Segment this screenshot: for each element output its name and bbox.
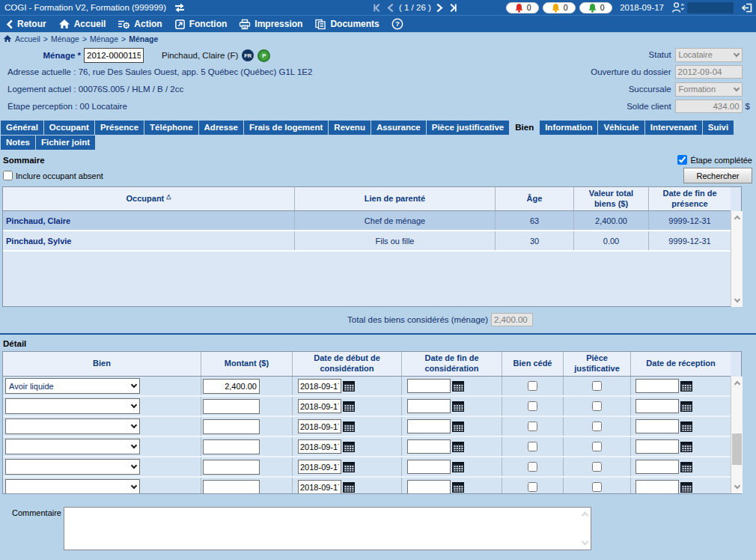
alert-red-badge[interactable]: 0 bbox=[506, 2, 539, 13]
inclure-occupant-absent-checkbox[interactable]: Inclure occupant absent bbox=[3, 171, 103, 180]
bien-select[interactable]: Avoir liquide bbox=[5, 378, 140, 394]
calendar-icon[interactable] bbox=[452, 441, 464, 452]
piece-justificative-checkbox[interactable] bbox=[592, 462, 602, 472]
tab-notes[interactable]: Notes bbox=[1, 136, 35, 150]
tab-information[interactable]: Information bbox=[540, 121, 597, 135]
scroll-up-icon[interactable] bbox=[731, 377, 743, 389]
date-debut-input[interactable] bbox=[298, 480, 341, 493]
inclure-occupant-input[interactable] bbox=[3, 171, 13, 180]
table-row[interactable]: Pinchaud, Sylvie Fils ou fille 30 0.00 9… bbox=[3, 231, 731, 252]
next-page-icon[interactable] bbox=[436, 3, 444, 13]
logout-icon[interactable] bbox=[741, 2, 753, 13]
calendar-icon[interactable] bbox=[343, 401, 355, 412]
scroll-up-icon[interactable] bbox=[731, 211, 743, 223]
bien-cede-checkbox[interactable] bbox=[528, 381, 537, 391]
date-debut-input[interactable] bbox=[298, 399, 341, 413]
tab-adresse[interactable]: Adresse bbox=[199, 121, 243, 135]
bien-select[interactable] bbox=[5, 398, 140, 414]
commentaire-textarea[interactable] bbox=[64, 507, 591, 550]
alert-yellow-badge[interactable]: 0 bbox=[543, 2, 576, 13]
menu-action[interactable]: Action bbox=[118, 19, 162, 30]
date-reception-input[interactable] bbox=[635, 419, 679, 433]
user-menu[interactable] bbox=[671, 1, 734, 13]
detail-scrollbar[interactable] bbox=[731, 377, 743, 493]
montant-input[interactable] bbox=[203, 399, 260, 414]
menu-fonction[interactable]: Fonction bbox=[174, 19, 228, 30]
tab-intervenant[interactable]: Intervenant bbox=[645, 121, 702, 135]
date-fin-input[interactable] bbox=[407, 480, 451, 493]
calendar-icon[interactable] bbox=[680, 401, 692, 412]
piece-justificative-checkbox[interactable] bbox=[592, 482, 602, 492]
bien-select[interactable] bbox=[5, 439, 140, 454]
calendar-icon[interactable] bbox=[452, 421, 464, 432]
montant-input[interactable] bbox=[203, 379, 260, 394]
first-page-icon[interactable] bbox=[372, 3, 382, 13]
date-debut-input[interactable] bbox=[298, 379, 341, 393]
date-fin-input[interactable] bbox=[407, 399, 451, 413]
calendar-icon[interactable] bbox=[452, 380, 464, 392]
tab-revenu[interactable]: Revenu bbox=[329, 121, 371, 135]
menu-help[interactable]: ? bbox=[391, 18, 403, 30]
statut-select[interactable]: Locataire bbox=[675, 48, 743, 62]
date-reception-input[interactable] bbox=[635, 379, 679, 393]
montant-input[interactable] bbox=[203, 480, 260, 494]
menage-input[interactable] bbox=[84, 48, 144, 63]
col-lien-de-parente[interactable]: Lien de parenté bbox=[295, 187, 496, 210]
tab-occupant[interactable]: Occupant bbox=[44, 121, 94, 135]
bien-select[interactable] bbox=[5, 419, 140, 434]
calendar-icon[interactable] bbox=[680, 380, 692, 392]
scrollbar-thumb[interactable] bbox=[732, 433, 742, 465]
tab-frais-de-logement[interactable]: Frais de logement bbox=[244, 121, 328, 135]
calendar-icon[interactable] bbox=[680, 421, 692, 432]
tab-fichier-joint[interactable]: Fichier joint bbox=[36, 136, 95, 150]
breadcrumb-menage-1[interactable]: Ménage bbox=[51, 34, 79, 43]
prev-page-icon[interactable] bbox=[386, 3, 394, 13]
calendar-icon[interactable] bbox=[680, 481, 692, 493]
date-reception-input[interactable] bbox=[635, 480, 679, 493]
date-reception-input[interactable] bbox=[635, 439, 679, 454]
etape-completee-input[interactable] bbox=[677, 155, 687, 165]
date-fin-input[interactable] bbox=[407, 439, 451, 454]
bien-select[interactable] bbox=[5, 459, 140, 475]
calendar-icon[interactable] bbox=[452, 401, 464, 412]
last-page-icon[interactable] bbox=[448, 3, 458, 13]
tab-bien[interactable]: Bien bbox=[510, 121, 539, 135]
piece-justificative-checkbox[interactable] bbox=[592, 442, 602, 451]
tab-general[interactable]: Général bbox=[1, 121, 43, 135]
bien-select[interactable] bbox=[5, 479, 140, 493]
scroll-down-icon[interactable] bbox=[731, 295, 743, 307]
piece-justificative-checkbox[interactable] bbox=[592, 401, 602, 411]
montant-input[interactable] bbox=[203, 419, 260, 434]
date-fin-input[interactable] bbox=[407, 419, 451, 433]
tab-piece-justificative[interactable]: Pièce justificative bbox=[427, 121, 510, 135]
date-reception-input[interactable] bbox=[635, 460, 679, 474]
bien-cede-checkbox[interactable] bbox=[528, 442, 537, 451]
calendar-icon[interactable] bbox=[343, 421, 355, 432]
breadcrumb-accueil[interactable]: Accueil bbox=[15, 34, 40, 43]
breadcrumb-menage-2[interactable]: Ménage bbox=[90, 34, 118, 43]
calendar-icon[interactable] bbox=[680, 441, 692, 452]
rechercher-button[interactable]: Rechercher bbox=[683, 168, 752, 183]
date-reception-input[interactable] bbox=[635, 399, 679, 413]
calendar-icon[interactable] bbox=[343, 481, 355, 493]
piece-justificative-checkbox[interactable] bbox=[592, 421, 602, 431]
bien-cede-checkbox[interactable] bbox=[528, 462, 537, 472]
refresh-swap-icon[interactable] bbox=[174, 2, 186, 13]
date-debut-input[interactable] bbox=[298, 419, 341, 433]
calendar-icon[interactable] bbox=[343, 441, 355, 452]
tab-telephone[interactable]: Téléphone bbox=[144, 121, 198, 135]
menu-documents[interactable]: Documents bbox=[314, 19, 379, 30]
date-fin-input[interactable] bbox=[407, 379, 451, 393]
montant-input[interactable] bbox=[203, 439, 260, 454]
calendar-icon[interactable] bbox=[680, 461, 692, 472]
scroll-down-icon[interactable] bbox=[731, 481, 743, 493]
tab-suivi[interactable]: Suivi bbox=[703, 121, 734, 135]
date-fin-input[interactable] bbox=[407, 460, 451, 474]
calendar-icon[interactable] bbox=[452, 461, 464, 472]
bien-cede-checkbox[interactable] bbox=[528, 401, 537, 411]
col-valeur-total-biens[interactable]: Valeur total biens ($) bbox=[574, 187, 649, 210]
bien-cede-checkbox[interactable] bbox=[528, 421, 537, 431]
col-age[interactable]: Âge bbox=[496, 187, 574, 210]
table-row[interactable]: Pinchaud, Claire Chef de ménage 63 2,400… bbox=[3, 211, 731, 231]
calendar-icon[interactable] bbox=[343, 461, 355, 472]
